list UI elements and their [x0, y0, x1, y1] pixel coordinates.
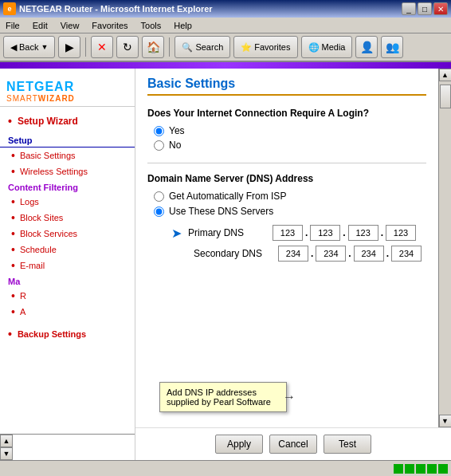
- setup-wizard-link[interactable]: • Setup Wizard: [0, 112, 135, 131]
- primary-dns-octet1[interactable]: [273, 225, 303, 241]
- search-icon: 🔍: [182, 42, 193, 53]
- media-button[interactable]: 🌐 Media: [301, 36, 353, 58]
- secondary-dns-octet1[interactable]: [278, 246, 308, 262]
- progress-indicator: [394, 464, 448, 474]
- user2-icon-button[interactable]: 👥: [381, 36, 403, 58]
- home-button[interactable]: 🏠: [142, 36, 164, 58]
- menu-file[interactable]: File: [3, 20, 22, 31]
- title-bar-controls[interactable]: _ □ ✕: [402, 2, 448, 15]
- scroll-down-button[interactable]: ▼: [439, 415, 452, 427]
- no-radio-row: No: [154, 140, 426, 151]
- scroll-thumb[interactable]: [440, 85, 451, 108]
- apply-button[interactable]: Apply: [215, 435, 263, 454]
- no-radio[interactable]: [154, 140, 164, 151]
- secondary-dns-octet3[interactable]: [354, 246, 384, 262]
- stop-button[interactable]: ✕: [91, 36, 113, 58]
- primary-dns-arrow-icon: ➤: [171, 226, 182, 241]
- wireless-settings-link[interactable]: • Wireless Settings: [0, 163, 135, 179]
- main-wrapper: NETGEAR SMARTWIZARD • Setup Wizard Setup…: [0, 69, 451, 460]
- login-radio-group: Yes No: [147, 125, 426, 151]
- back-dropdown-icon: ▼: [41, 43, 48, 51]
- favorites-button[interactable]: ⭐ Favorites: [233, 36, 297, 58]
- logs-link[interactable]: • Logs: [0, 194, 135, 210]
- primary-dns-label: Primary DNS: [188, 227, 268, 238]
- backup-settings-link[interactable]: • Backup Settings: [0, 325, 135, 344]
- use-these-radio[interactable]: [154, 207, 164, 217]
- bullet-icon: •: [11, 211, 15, 224]
- secondary-dns-inputs: . . .: [278, 246, 422, 262]
- page-title: Basic Settings: [147, 77, 426, 96]
- yes-radio[interactable]: [154, 126, 164, 136]
- email-link[interactable]: • E-mail: [0, 258, 135, 273]
- secondary-dns-octet2[interactable]: [316, 246, 346, 262]
- menu-favorites[interactable]: Favorites: [89, 20, 130, 31]
- dns-section: Domain Name Server (DNS) Address Get Aut…: [147, 173, 426, 262]
- cancel-button[interactable]: Cancel: [269, 435, 317, 454]
- login-question: Does Your Internet Connection Require A …: [147, 108, 426, 119]
- refresh-button[interactable]: ↻: [116, 36, 139, 58]
- block-sites-link[interactable]: • Block Sites: [0, 210, 135, 226]
- tooltip-arrow-icon: →: [283, 390, 296, 404]
- user-icon-button[interactable]: 👤: [355, 36, 378, 58]
- forward-button[interactable]: ▶: [58, 36, 80, 58]
- menu-tools[interactable]: Tools: [139, 20, 164, 31]
- primary-dns-row: ➤ Primary DNS . . .: [171, 225, 426, 241]
- dot1: .: [305, 227, 308, 238]
- primary-dns-inputs: . . .: [273, 225, 416, 241]
- dns-title: Domain Name Server (DNS) Address: [147, 173, 426, 184]
- back-button[interactable]: ◀ Back ▼: [3, 36, 55, 58]
- content-filtering-title: Content Filtering: [0, 179, 135, 194]
- scroll-up-button[interactable]: ▲: [439, 69, 452, 81]
- use-these-label: Use These DNS Servers: [169, 206, 273, 217]
- dot3: .: [381, 227, 383, 238]
- primary-dns-octet3[interactable]: [348, 225, 378, 241]
- menu-help[interactable]: Help: [171, 20, 194, 31]
- purple-accent-bar: [0, 62, 451, 69]
- progress-block-5: [438, 464, 448, 474]
- maximize-button[interactable]: □: [418, 2, 432, 15]
- minimize-button[interactable]: _: [402, 2, 416, 15]
- tooltip-box: Add DNS IP addresses supplied by Pearl S…: [159, 382, 287, 412]
- bullet-icon: •: [11, 259, 15, 272]
- buttons-bar: Apply Cancel Test: [135, 427, 451, 460]
- dot4: .: [311, 248, 313, 259]
- get-auto-row: Get Automatically From ISP: [154, 191, 426, 202]
- setup-wizard-label: Setup Wizard: [18, 116, 78, 127]
- basic-settings-link[interactable]: • Basic Settings: [0, 148, 135, 163]
- bullet-icon: •: [11, 165, 15, 178]
- schedule-link[interactable]: • Schedule: [0, 242, 135, 258]
- secondary-dns-octet4[interactable]: [391, 246, 422, 262]
- wireless-settings-label: Wireless Settings: [20, 167, 88, 176]
- logs-label: Logs: [20, 197, 39, 207]
- separator-1: [85, 37, 86, 57]
- separator-2: [169, 37, 170, 57]
- scroll-track: [439, 81, 451, 415]
- close-button[interactable]: ✕: [433, 2, 448, 15]
- schedule-label: Schedule: [20, 245, 57, 254]
- sidebar-scroll-down[interactable]: ▼: [0, 447, 13, 460]
- block-services-link[interactable]: • Block Services: [0, 226, 135, 242]
- use-these-row: Use These DNS Servers: [154, 206, 426, 217]
- media-label: Media: [322, 42, 346, 52]
- backup-settings-label: Backup Settings: [18, 329, 86, 339]
- dot5: .: [348, 248, 351, 259]
- get-auto-radio[interactable]: [154, 191, 164, 202]
- menu-edit[interactable]: Edit: [30, 20, 50, 31]
- bullet-icon: •: [11, 195, 15, 208]
- get-auto-label: Get Automatically From ISP: [169, 191, 286, 202]
- sidebar-scroll-up[interactable]: ▲: [0, 435, 13, 447]
- section-divider: [147, 163, 426, 163]
- primary-dns-octet2[interactable]: [310, 225, 340, 241]
- test-button[interactable]: Test: [324, 435, 371, 454]
- bullet-icon: •: [8, 328, 12, 340]
- email-label: E-mail: [20, 261, 45, 270]
- primary-dns-octet4[interactable]: [386, 225, 416, 241]
- ie-icon: e: [3, 2, 16, 15]
- menu-view[interactable]: View: [58, 20, 82, 31]
- dot6: .: [386, 248, 389, 259]
- progress-block-1: [394, 464, 403, 474]
- search-button[interactable]: 🔍 Search: [175, 36, 230, 58]
- a-link[interactable]: • A: [0, 304, 135, 320]
- r-link[interactable]: • R: [0, 288, 135, 304]
- back-arrow-icon: ◀: [10, 42, 17, 53]
